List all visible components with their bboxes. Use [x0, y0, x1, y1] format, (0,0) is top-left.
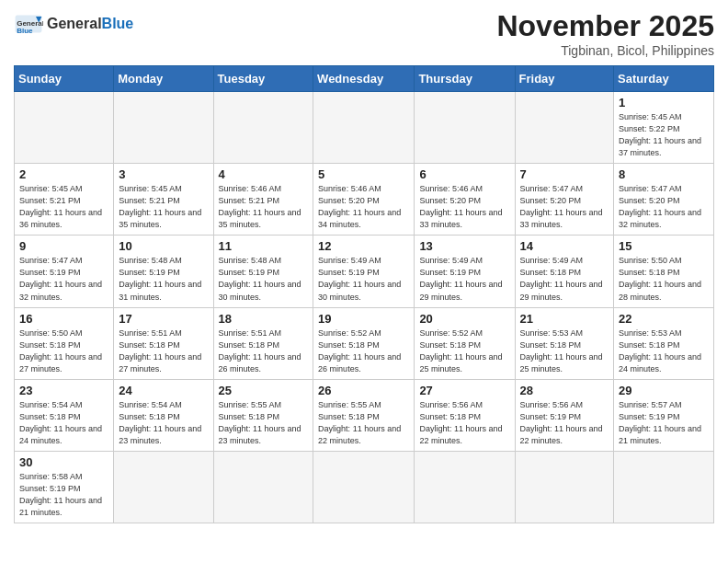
- sunset-text: Sunset: 5:22 PM: [619, 124, 680, 133]
- calendar-week-5: 30Sunrise: 5:58 AMSunset: 5:19 PMDayligh…: [15, 451, 714, 523]
- calendar-day-16: 16Sunrise: 5:50 AMSunset: 5:18 PMDayligh…: [15, 307, 114, 379]
- month-title: November 2025: [496, 9, 714, 43]
- calendar-day-20: 20Sunrise: 5:52 AMSunset: 5:18 PMDayligh…: [415, 307, 515, 379]
- sunset-text: Sunset: 5:18 PM: [520, 268, 582, 277]
- sunset-text: Sunset: 5:18 PM: [619, 268, 680, 277]
- logo-icon: General Blue: [14, 9, 43, 39]
- daylight-text: Daylight: 11 hours and 29 minutes.: [419, 280, 502, 301]
- calendar-day-21: 21Sunrise: 5:53 AMSunset: 5:18 PMDayligh…: [515, 307, 614, 379]
- sunset-text: Sunset: 5:19 PM: [619, 412, 680, 421]
- day-info: Sunrise: 5:48 AMSunset: 5:19 PMDaylight:…: [119, 255, 208, 303]
- daylight-text: Daylight: 11 hours and 35 minutes.: [119, 208, 201, 229]
- calendar-day-empty: [515, 451, 614, 523]
- daylight-text: Daylight: 11 hours and 22 minutes.: [419, 424, 502, 445]
- calendar-day-27: 27Sunrise: 5:56 AMSunset: 5:18 PMDayligh…: [415, 379, 515, 451]
- sunrise-text: Sunrise: 5:48 AM: [219, 256, 282, 265]
- day-info: Sunrise: 5:45 AMSunset: 5:21 PMDaylight:…: [19, 183, 108, 231]
- day-number: 20: [419, 312, 509, 326]
- day-number: 1: [619, 96, 709, 109]
- daylight-text: Daylight: 11 hours and 27 minutes.: [19, 352, 102, 373]
- header-monday: Monday: [114, 66, 213, 92]
- header-wednesday: Wednesday: [313, 66, 415, 92]
- sunrise-text: Sunrise: 5:46 AM: [419, 184, 483, 193]
- calendar-day-9: 9Sunrise: 5:47 AMSunset: 5:19 PMDaylight…: [15, 236, 114, 307]
- calendar-day-22: 22Sunrise: 5:53 AMSunset: 5:18 PMDayligh…: [614, 307, 714, 379]
- day-info: Sunrise: 5:45 AMSunset: 5:22 PMDaylight:…: [619, 111, 709, 159]
- daylight-text: Daylight: 11 hours and 37 minutes.: [619, 136, 701, 157]
- day-info: Sunrise: 5:53 AMSunset: 5:18 PMDaylight:…: [619, 327, 709, 375]
- sunrise-text: Sunrise: 5:57 AM: [619, 400, 682, 409]
- day-number: 21: [520, 312, 609, 326]
- sunrise-text: Sunrise: 5:46 AM: [219, 184, 282, 193]
- day-info: Sunrise: 5:51 AMSunset: 5:18 PMDaylight:…: [119, 327, 208, 375]
- sunrise-text: Sunrise: 5:47 AM: [520, 184, 584, 193]
- day-number: 17: [119, 312, 208, 326]
- day-info: Sunrise: 5:54 AMSunset: 5:18 PMDaylight:…: [119, 399, 208, 447]
- day-number: 16: [19, 312, 108, 326]
- day-number: 28: [520, 384, 609, 397]
- sunrise-text: Sunrise: 5:54 AM: [19, 400, 83, 409]
- calendar-day-1: 1Sunrise: 5:45 AMSunset: 5:22 PMDaylight…: [614, 92, 714, 164]
- calendar-week-1: 2Sunrise: 5:45 AMSunset: 5:21 PMDaylight…: [15, 164, 714, 236]
- sunrise-text: Sunrise: 5:53 AM: [619, 328, 682, 338]
- day-number: 9: [19, 239, 108, 253]
- day-number: 14: [520, 239, 609, 253]
- sunset-text: Sunset: 5:19 PM: [219, 268, 280, 277]
- day-info: Sunrise: 5:47 AMSunset: 5:20 PMDaylight:…: [520, 183, 609, 231]
- calendar-day-empty: [515, 92, 614, 164]
- sunset-text: Sunset: 5:21 PM: [119, 196, 180, 205]
- day-number: 7: [520, 167, 609, 181]
- sunrise-text: Sunrise: 5:51 AM: [119, 328, 182, 338]
- calendar-day-empty: [614, 451, 714, 523]
- calendar-day-empty: [313, 92, 415, 164]
- day-info: Sunrise: 5:57 AMSunset: 5:19 PMDaylight:…: [619, 399, 709, 447]
- day-info: Sunrise: 5:53 AMSunset: 5:18 PMDaylight:…: [520, 327, 609, 375]
- sunset-text: Sunset: 5:19 PM: [119, 268, 180, 277]
- daylight-text: Daylight: 11 hours and 32 minutes.: [619, 208, 701, 229]
- calendar-day-15: 15Sunrise: 5:50 AMSunset: 5:18 PMDayligh…: [614, 236, 714, 307]
- sunset-text: Sunset: 5:18 PM: [219, 340, 280, 350]
- sunset-text: Sunset: 5:18 PM: [419, 412, 481, 421]
- calendar-day-30: 30Sunrise: 5:58 AMSunset: 5:19 PMDayligh…: [15, 451, 114, 523]
- daylight-text: Daylight: 11 hours and 21 minutes.: [19, 496, 102, 517]
- sunrise-text: Sunrise: 5:50 AM: [619, 256, 682, 265]
- sunset-text: Sunset: 5:18 PM: [19, 340, 81, 350]
- sunrise-text: Sunrise: 5:54 AM: [119, 400, 182, 409]
- day-info: Sunrise: 5:54 AMSunset: 5:18 PMDaylight:…: [19, 399, 108, 447]
- calendar-day-19: 19Sunrise: 5:52 AMSunset: 5:18 PMDayligh…: [313, 307, 415, 379]
- sunrise-text: Sunrise: 5:45 AM: [619, 112, 682, 121]
- day-info: Sunrise: 5:55 AMSunset: 5:18 PMDaylight:…: [219, 399, 309, 447]
- logo: General Blue GeneralBlue: [14, 9, 133, 39]
- sunrise-text: Sunrise: 5:56 AM: [520, 400, 584, 409]
- day-number: 24: [119, 384, 208, 397]
- sunrise-text: Sunrise: 5:55 AM: [219, 400, 282, 409]
- sunrise-text: Sunrise: 5:52 AM: [419, 328, 483, 338]
- sunset-text: Sunset: 5:18 PM: [318, 412, 380, 421]
- calendar-week-0: 1Sunrise: 5:45 AMSunset: 5:22 PMDaylight…: [15, 92, 714, 164]
- sunset-text: Sunset: 5:19 PM: [19, 268, 81, 277]
- sunrise-text: Sunrise: 5:52 AM: [318, 328, 381, 338]
- daylight-text: Daylight: 11 hours and 24 minutes.: [619, 352, 701, 373]
- day-number: 12: [318, 239, 409, 253]
- day-info: Sunrise: 5:58 AMSunset: 5:19 PMDaylight:…: [19, 471, 108, 519]
- day-number: 23: [19, 384, 108, 397]
- sunset-text: Sunset: 5:20 PM: [419, 196, 481, 205]
- day-number: 19: [318, 312, 409, 326]
- daylight-text: Daylight: 11 hours and 29 minutes.: [520, 280, 603, 301]
- day-info: Sunrise: 5:46 AMSunset: 5:20 PMDaylight:…: [419, 183, 509, 231]
- day-number: 10: [119, 239, 208, 253]
- calendar-day-empty: [114, 451, 213, 523]
- daylight-text: Daylight: 11 hours and 22 minutes.: [318, 424, 401, 445]
- calendar-table: SundayMondayTuesdayWednesdayThursdayFrid…: [14, 65, 714, 523]
- sunrise-text: Sunrise: 5:45 AM: [119, 184, 182, 193]
- day-info: Sunrise: 5:48 AMSunset: 5:19 PMDaylight:…: [219, 255, 309, 303]
- calendar-day-4: 4Sunrise: 5:46 AMSunset: 5:21 PMDaylight…: [213, 164, 313, 236]
- day-number: 2: [19, 167, 108, 181]
- header-friday: Friday: [515, 66, 614, 92]
- calendar-day-empty: [213, 451, 313, 523]
- day-info: Sunrise: 5:56 AMSunset: 5:19 PMDaylight:…: [520, 399, 609, 447]
- sunset-text: Sunset: 5:21 PM: [219, 196, 280, 205]
- calendar-day-5: 5Sunrise: 5:46 AMSunset: 5:20 PMDaylight…: [313, 164, 415, 236]
- daylight-text: Daylight: 11 hours and 30 minutes.: [318, 280, 401, 301]
- sunset-text: Sunset: 5:18 PM: [119, 412, 180, 421]
